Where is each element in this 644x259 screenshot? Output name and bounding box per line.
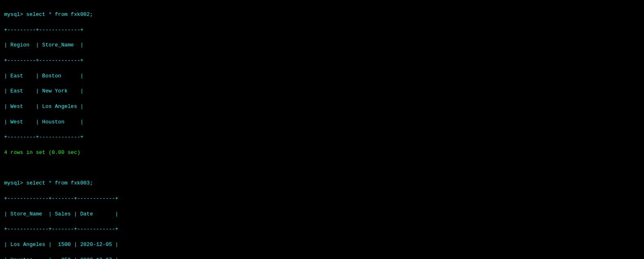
sep-line-1: +---------+-------------+ [4,26,640,34]
blank-1 [4,165,640,172]
header-line-2: | Store_Name | Sales | Date | [4,211,640,218]
header-line-1: | Region | Store_Name | [4,42,640,49]
sep-line-2: +---------+-------------+ [4,57,640,65]
data-row-2: | East | New York | [4,88,640,95]
cmd-line-2: mysql> select * from fxk003; [4,180,640,187]
sep-line-5: +-------------+-------+------------+ [4,226,640,233]
terminal-output: mysql> select * from fxk002; +---------+… [4,3,640,259]
sep-line-4: +-------------+-------+------------+ [4,195,640,203]
data-row-5: | Los Angeles | 1500 | 2020-12-05 | [4,241,640,249]
sep-line-3: +---------+-------------+ [4,134,640,141]
cmd-line-1: mysql> select * from fxk002; [4,11,640,19]
data-row-6: | Houston | 250 | 2020-12-07 | [4,257,640,259]
data-row-1: | East | Boston | [4,72,640,80]
data-row-4: | West | Houston | [4,119,640,126]
data-row-3: | West | Los Angeles | [4,103,640,111]
row-count-1: 4 rows in set (0.00 sec) [4,149,640,157]
